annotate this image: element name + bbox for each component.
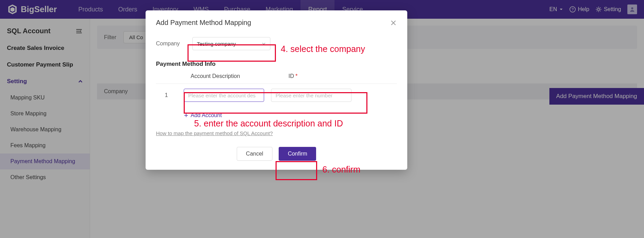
- confirm-button[interactable]: Confirm: [279, 147, 316, 161]
- col-account-description: Account Description: [191, 73, 240, 79]
- close-icon[interactable]: [390, 19, 397, 26]
- cancel-button[interactable]: Cancel: [237, 147, 273, 161]
- col-id: ID*: [288, 73, 297, 79]
- add-account-button[interactable]: Add Account: [156, 107, 397, 122]
- help-link-map-payment[interactable]: How to map the payment method of SQL Acc…: [156, 130, 273, 136]
- chevron-down-icon: [262, 42, 266, 46]
- add-account-label: Add Account: [191, 112, 222, 118]
- payment-method-info-title: Payment Method Info: [156, 61, 397, 68]
- modal-title: Add Payment Method Mapping: [156, 19, 251, 27]
- company-select-value: Testing company: [197, 41, 236, 47]
- plus-icon: [184, 113, 189, 118]
- row-index: 1: [156, 92, 177, 98]
- account-id-input[interactable]: [271, 89, 351, 102]
- company-select[interactable]: Testing company: [192, 37, 270, 50]
- company-label: Company: [156, 41, 184, 47]
- add-payment-method-modal: Add Payment Method Mapping Company Testi…: [146, 10, 407, 170]
- column-headers: Account Description ID*: [156, 73, 397, 79]
- account-description-input[interactable]: [184, 89, 264, 102]
- account-row: 1: [156, 83, 397, 107]
